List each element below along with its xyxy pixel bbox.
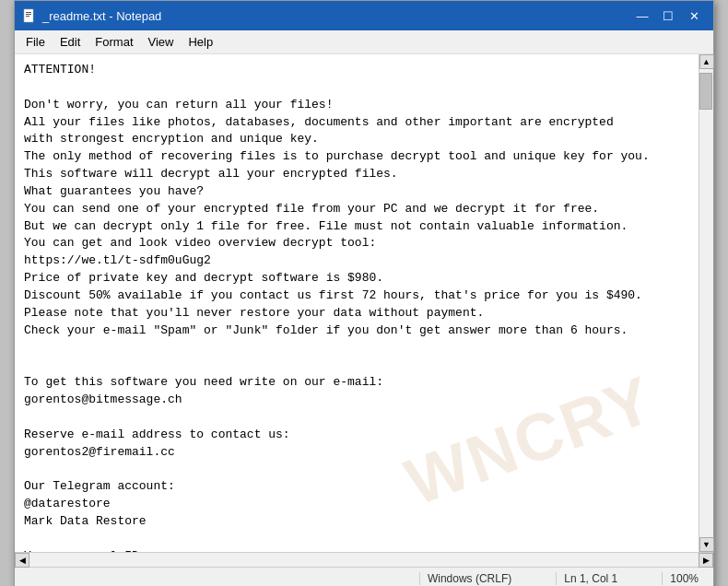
scroll-left-arrow[interactable]: ◀ xyxy=(15,553,29,568)
title-bar: _readme.txt - Notepad — ☐ ✕ xyxy=(15,1,713,30)
close-button[interactable]: ✕ xyxy=(682,6,706,25)
window-controls: — ☐ ✕ xyxy=(630,6,706,25)
vertical-scrollbar[interactable]: ▲ ▼ xyxy=(699,54,713,552)
menu-file[interactable]: File xyxy=(18,32,53,52)
zoom-status: 100% xyxy=(662,572,706,585)
notepad-icon xyxy=(22,8,37,23)
horizontal-scrollbar[interactable]: ◀ ▶ xyxy=(15,552,713,567)
content-area: ATTENTION! Don't worry, you can return a… xyxy=(15,54,713,552)
scroll-right-arrow[interactable]: ▶ xyxy=(699,553,713,568)
menu-help[interactable]: Help xyxy=(181,32,220,52)
notepad-window: _readme.txt - Notepad — ☐ ✕ File Edit Fo… xyxy=(14,0,714,586)
svg-rect-3 xyxy=(26,16,29,17)
scroll-thumb-v[interactable] xyxy=(699,73,712,110)
svg-rect-2 xyxy=(26,14,31,15)
window-title: _readme.txt - Notepad xyxy=(42,9,161,23)
scroll-up-arrow[interactable]: ▲ xyxy=(699,54,714,69)
encoding-status: Windows (CRLF) xyxy=(419,572,519,585)
text-content[interactable]: ATTENTION! Don't worry, you can return a… xyxy=(15,54,699,552)
menu-format[interactable]: Format xyxy=(88,32,140,52)
maximize-button[interactable]: ☐ xyxy=(656,6,680,25)
scroll-track-v[interactable] xyxy=(699,69,713,537)
menu-bar: File Edit Format View Help xyxy=(15,30,713,54)
position-status: Ln 1, Col 1 xyxy=(556,572,625,585)
minimize-button[interactable]: — xyxy=(630,6,654,25)
scroll-down-arrow[interactable]: ▼ xyxy=(699,537,714,552)
status-bar: Windows (CRLF) Ln 1, Col 1 100% xyxy=(15,567,713,586)
menu-edit[interactable]: Edit xyxy=(53,32,88,52)
svg-rect-1 xyxy=(26,12,31,13)
scroll-track-h[interactable] xyxy=(29,553,699,567)
menu-view[interactable]: View xyxy=(141,32,182,52)
title-bar-left: _readme.txt - Notepad xyxy=(22,8,161,23)
